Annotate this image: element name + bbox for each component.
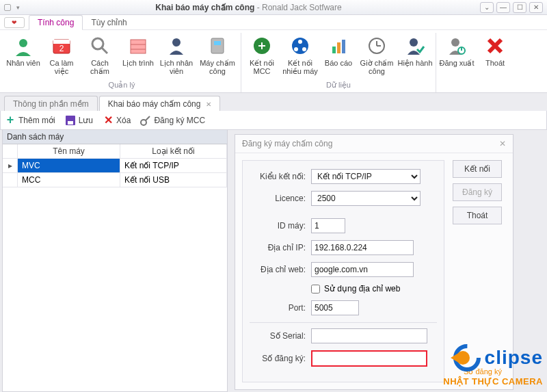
device-icon bbox=[206, 34, 229, 57]
connect-icon bbox=[250, 34, 274, 57]
document-tabs: Thông tin phần mềm Khai báo máy chấm côn… bbox=[0, 93, 547, 111]
close-button[interactable]: ✕ bbox=[529, 2, 543, 13]
dialog-form: Kiểu kết nối: Kết nối TCP/IP Licence: 25… bbox=[242, 160, 444, 382]
btn-exit[interactable]: Thoát bbox=[453, 207, 502, 224]
svg-point-9 bbox=[172, 38, 181, 47]
group-label-data: Dữ liệu bbox=[243, 79, 434, 91]
tb-delete[interactable]: ✕ Xóa bbox=[103, 115, 131, 126]
doctab-info[interactable]: Thông tin phần mềm bbox=[4, 96, 98, 111]
svg-rect-11 bbox=[214, 41, 221, 45]
btn-may-cham-cong[interactable]: Máy chấm công bbox=[196, 33, 239, 79]
btn-ca-lam-viec[interactable]: 2 Ca làm việc bbox=[42, 33, 81, 79]
svg-point-23 bbox=[410, 38, 418, 47]
input-id-may[interactable] bbox=[311, 218, 345, 233]
content-area: Danh sách máy Tên máy Loại kết nối ▸ MVC… bbox=[0, 130, 547, 392]
btn-ket-noi-mcc[interactable]: Kết nối MCC bbox=[243, 33, 281, 79]
calendar-icon: 2 bbox=[50, 34, 73, 57]
ribbon-tabs: ❤ Tính công Tùy chỉnh bbox=[0, 15, 547, 30]
btn-lich-trinh[interactable]: Lịch trình bbox=[119, 33, 157, 79]
help-button[interactable]: ⌄ bbox=[480, 2, 494, 13]
select-kieu-ket-noi[interactable]: Kết nối TCP/IP bbox=[311, 169, 421, 184]
svg-point-0 bbox=[19, 39, 27, 47]
btn-register-disabled: Đăng ký bbox=[453, 183, 502, 201]
network-icon bbox=[289, 34, 312, 57]
svg-text:2: 2 bbox=[59, 44, 64, 53]
app-menu-button[interactable]: ❤ bbox=[4, 17, 25, 28]
dialog-buttons: Kết nối Đăng ký Thoát bbox=[453, 160, 502, 382]
tab-tuy-chinh[interactable]: Tùy chỉnh bbox=[83, 16, 135, 29]
btn-hien-hanh[interactable]: Hiện hành bbox=[396, 33, 434, 79]
btn-lich-nhan-vien[interactable]: Lịch nhân viên bbox=[157, 33, 196, 79]
svg-rect-18 bbox=[337, 42, 341, 53]
tb-add[interactable]: + Thêm mới bbox=[5, 115, 55, 126]
table-row[interactable]: ▸ MVC Kết nối TCP/IP bbox=[3, 159, 227, 173]
svg-point-14 bbox=[298, 40, 302, 44]
col-name[interactable]: Tên máy bbox=[18, 144, 120, 159]
btn-cach-cham[interactable]: Cách chấm bbox=[81, 33, 119, 79]
close-icon[interactable]: ✕ bbox=[206, 101, 211, 108]
input-ip[interactable] bbox=[311, 240, 414, 255]
lbl-reg: Số đăng ký: bbox=[250, 354, 306, 363]
machine-list: Danh sách máy Tên máy Loại kết nối ▸ MVC… bbox=[2, 130, 228, 392]
input-port[interactable] bbox=[311, 300, 359, 315]
input-serial[interactable] bbox=[311, 328, 427, 343]
group-label-manage: Quản lý bbox=[4, 79, 239, 91]
btn-connect[interactable]: Kết nối bbox=[453, 160, 502, 178]
clock-icon bbox=[365, 34, 388, 57]
ribbon-group-data: Kết nối MCC Kết nối nhiều máy Báo cáo Gi… bbox=[241, 33, 436, 92]
lbl-id: ID máy: bbox=[250, 221, 306, 231]
app-icon bbox=[4, 4, 11, 11]
person-icon bbox=[12, 34, 35, 57]
dialog-title: Đăng ký máy chấm công bbox=[242, 139, 332, 148]
dialog-close-icon[interactable]: ✕ bbox=[499, 139, 506, 148]
lbl-serial: Số Serial: bbox=[250, 331, 306, 341]
btn-bao-cao[interactable]: Báo cáo bbox=[319, 33, 358, 79]
chart-icon bbox=[327, 34, 350, 57]
input-web[interactable] bbox=[311, 262, 414, 277]
user-check-icon bbox=[403, 34, 427, 57]
svg-rect-10 bbox=[211, 38, 224, 53]
svg-point-16 bbox=[302, 47, 306, 51]
col-type[interactable]: Loại kết nối bbox=[120, 144, 227, 159]
window-title: Khai báo máy chấm công - Ronald Jack Sot… bbox=[20, 3, 477, 12]
input-so-dang-ky[interactable] bbox=[311, 350, 427, 367]
svg-rect-6 bbox=[131, 40, 146, 53]
lbl-ip: Địa chỉ IP: bbox=[250, 243, 306, 252]
titlebar: ▾ Khai báo máy chấm công - Ronald Jack S… bbox=[0, 0, 547, 15]
svg-rect-28 bbox=[68, 121, 73, 125]
ribbon-group-manage: Nhân viên 2 Ca làm việc Cách chấm Lịch t… bbox=[3, 33, 241, 92]
lbl-licence: Licence: bbox=[250, 194, 306, 203]
svg-point-15 bbox=[294, 47, 298, 51]
svg-line-5 bbox=[102, 48, 107, 53]
ribbon: Nhân viên 2 Ca làm việc Cách chấm Lịch t… bbox=[0, 30, 547, 93]
btn-thoat[interactable]: Thoát bbox=[476, 33, 514, 80]
svg-rect-17 bbox=[332, 47, 336, 53]
svg-rect-19 bbox=[342, 40, 345, 53]
lbl-use-web: Sử dụng địa chỉ web bbox=[324, 284, 400, 293]
magnify-icon bbox=[88, 34, 111, 57]
table-header: Tên máy Loại kết nối bbox=[3, 144, 227, 159]
save-icon bbox=[65, 115, 76, 126]
minimize-button[interactable]: — bbox=[496, 2, 510, 13]
plus-icon: + bbox=[5, 115, 16, 126]
select-licence[interactable]: 2500 bbox=[311, 191, 421, 206]
table-row[interactable]: MCC Kết nối USB bbox=[3, 173, 227, 187]
tb-register[interactable]: Đăng ký MCC bbox=[140, 115, 205, 126]
group-label-empty bbox=[438, 80, 514, 91]
ribbon-group-exit: Đăng xuất Thoát bbox=[436, 33, 516, 92]
svg-line-30 bbox=[146, 116, 150, 120]
checkbox-use-web[interactable] bbox=[311, 285, 320, 293]
right-pane: Đăng ký máy chấm công ✕ Kiểu kết nối: Kế… bbox=[228, 130, 547, 392]
btn-nhan-vien[interactable]: Nhân viên bbox=[4, 33, 42, 79]
btn-ket-noi-nhieu-may[interactable]: Kết nối nhiều máy bbox=[281, 33, 319, 79]
tab-tinh-cong[interactable]: Tính công bbox=[29, 15, 83, 30]
exit-icon bbox=[483, 34, 507, 57]
svg-point-4 bbox=[92, 38, 103, 49]
maximize-button[interactable]: ☐ bbox=[513, 2, 526, 13]
btn-dang-xuat[interactable]: Đăng xuất bbox=[438, 33, 476, 80]
schedule-icon bbox=[126, 34, 150, 57]
row-indicator-icon: ▸ bbox=[3, 159, 18, 173]
doctab-khaibao[interactable]: Khai báo máy chấm công✕ bbox=[99, 96, 221, 111]
tb-save[interactable]: Lưu bbox=[65, 115, 93, 126]
btn-gio-cham-cong[interactable]: Giờ chấm công bbox=[358, 33, 396, 79]
